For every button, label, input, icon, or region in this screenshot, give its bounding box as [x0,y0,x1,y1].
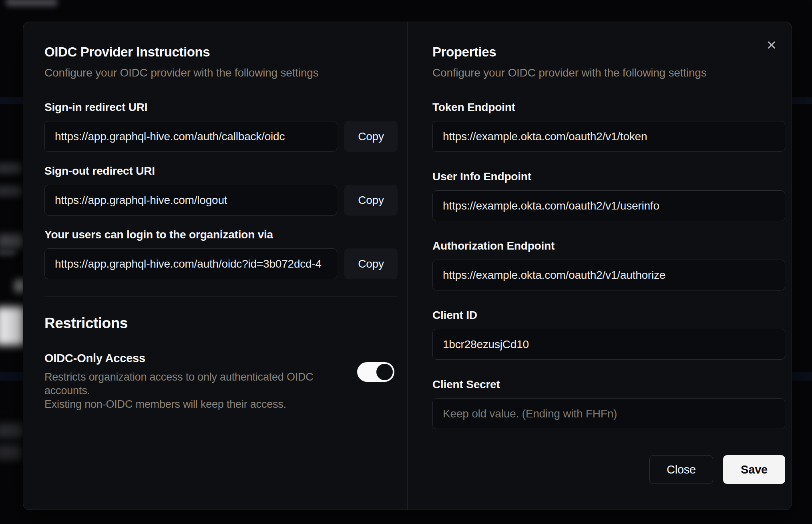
client-id-field: Client ID [432,309,785,360]
token-endpoint-label: Token Endpoint [432,101,785,114]
background-blur-blob [0,185,22,197]
authorization-endpoint-input[interactable] [432,260,785,290]
instructions-column: OIDC Provider Instructions Configure you… [23,22,408,510]
oidc-only-access-text: OIDC-Only Access Restricts organization … [44,352,357,411]
sign-out-redirect-uri-input[interactable] [44,185,337,216]
background-blur-blob [0,163,22,174]
copy-login-uri-button[interactable]: Copy [344,248,398,279]
background-blur-blob [0,423,23,438]
oidc-settings-dialog: ✕ OIDC Provider Instructions Configure y… [23,22,792,510]
background-blur-blob [0,249,16,256]
user-info-endpoint-field: User Info Endpoint [432,170,785,221]
authorization-endpoint-field: Authorization Endpoint [432,240,785,290]
user-info-endpoint-input[interactable] [432,190,785,221]
instructions-subtitle: Configure your OIDC provider with the fo… [44,67,398,79]
oidc-only-access-toggle[interactable] [357,362,394,382]
token-endpoint-field: Token Endpoint [432,101,785,152]
sign-in-redirect-uri-row: Copy [44,121,398,152]
copy-sign-in-uri-button[interactable]: Copy [344,121,398,152]
properties-title: Properties [432,44,785,60]
oidc-only-access-row: OIDC-Only Access Restricts organization … [44,352,398,411]
organization-login-uri-row: Copy [44,248,398,279]
client-id-label: Client ID [432,309,785,322]
client-secret-field: Client Secret [432,378,785,429]
restrictions-title: Restrictions [44,315,398,332]
user-info-endpoint-label: User Info Endpoint [432,170,785,183]
oidc-only-access-label: OIDC-Only Access [44,352,357,365]
oidc-only-access-description-line1: Restricts organization access to only au… [44,370,357,397]
background-blur-blob [0,307,25,345]
token-endpoint-input[interactable] [432,121,785,152]
properties-column: Properties Configure your OIDC provider … [408,22,792,510]
organization-login-uri-input[interactable] [44,248,337,279]
properties-subtitle: Configure your OIDC provider with the fo… [432,67,785,79]
copy-sign-out-uri-button[interactable]: Copy [344,185,398,216]
dialog-actions: Close Save [432,455,785,484]
authorization-endpoint-label: Authorization Endpoint [432,240,785,252]
sign-out-redirect-uri-label: Sign-out redirect URI [44,165,398,177]
save-button[interactable]: Save [723,455,785,484]
sign-out-redirect-uri-row: Copy [44,185,398,216]
client-secret-input[interactable] [432,398,785,429]
toggle-knob-icon [376,364,393,380]
sign-in-redirect-uri-input[interactable] [44,121,337,152]
dimmed-page-backdrop: ✕ OIDC Provider Instructions Configure y… [0,0,812,524]
organization-login-uri-label: Your users can login to the organization… [44,228,398,241]
background-blur-blob [6,0,58,6]
background-blur-blob [0,445,22,460]
instructions-title: OIDC Provider Instructions [44,44,398,60]
client-id-input[interactable] [432,329,785,360]
oidc-only-access-description-line2: Existing non-OIDC members will keep thei… [44,397,357,411]
close-icon[interactable]: ✕ [762,36,781,55]
background-blur-blob [0,234,23,248]
client-secret-label: Client Secret [432,378,785,391]
close-button[interactable]: Close [649,455,713,484]
sign-in-redirect-uri-label: Sign-in redirect URI [44,101,398,114]
section-divider [44,296,398,296]
